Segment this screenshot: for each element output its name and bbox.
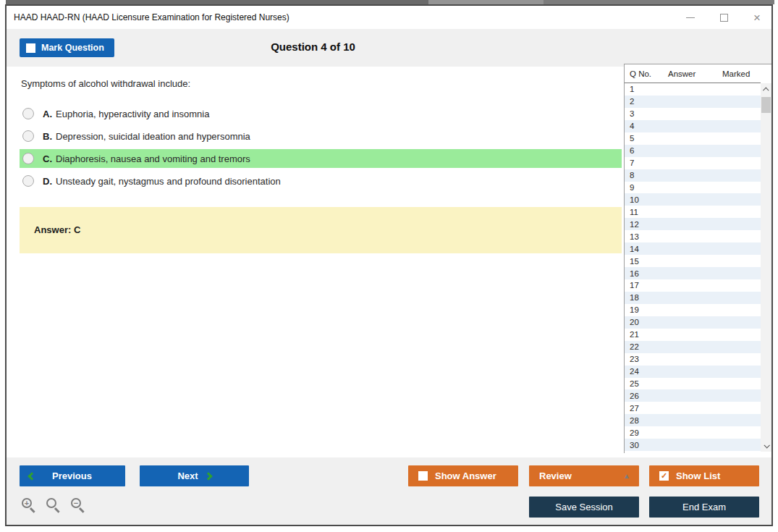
question-list-row[interactable]: 17 [625, 279, 761, 292]
question-number: 11 [625, 208, 638, 216]
scroll-up-button[interactable] [761, 83, 771, 96]
question-list-row[interactable]: 30 [625, 439, 761, 451]
previous-button[interactable]: Previous [20, 465, 125, 486]
question-list-row[interactable]: 22 [625, 341, 761, 353]
question-number: 23 [625, 355, 639, 363]
question-list-row[interactable]: 28 [625, 414, 761, 426]
question-list-header: Q No. Answer Marked [625, 64, 761, 83]
question-list-row[interactable]: 8 [625, 169, 761, 182]
question-list-row[interactable]: 20 [625, 316, 761, 329]
option-letter: B. [43, 131, 52, 142]
question-list-row[interactable]: 27 [625, 402, 761, 414]
radio-icon[interactable] [22, 153, 34, 164]
question-number: 22 [625, 342, 639, 351]
radio-icon[interactable] [22, 175, 34, 187]
chevron-up-icon [763, 87, 769, 93]
option-text: Diaphoresis, nausea and vomiting and tre… [56, 153, 250, 164]
question-counter: Question 4 of 10 [7, 41, 620, 53]
question-number: 1 [625, 85, 634, 93]
question-number: 12 [625, 220, 639, 229]
maximize-icon [720, 14, 728, 22]
question-number: 26 [625, 392, 639, 400]
question-number: 9 [625, 183, 634, 192]
question-number: 20 [625, 318, 639, 326]
option-c-highlighted[interactable]: C. Diaphoresis, nausea and vomiting and … [20, 149, 622, 168]
question-list-row[interactable]: 25 [625, 378, 761, 390]
radio-icon[interactable] [22, 108, 34, 119]
question-list-row[interactable]: 12 [625, 218, 761, 230]
question-number: 7 [625, 159, 634, 167]
next-button[interactable]: Next [140, 465, 249, 486]
question-list-row[interactable]: 6 [625, 145, 761, 157]
question-list-row[interactable]: 7 [625, 157, 761, 169]
review-button[interactable]: Review ▲ [529, 465, 639, 486]
question-list-row[interactable]: 18 [625, 292, 761, 304]
question-number: 15 [625, 257, 639, 266]
question-number: 16 [625, 269, 639, 278]
question-number: 25 [625, 379, 639, 388]
question-number: 4 [625, 122, 634, 130]
end-exam-label: End Exam [682, 502, 726, 512]
scroll-down-button[interactable] [761, 439, 771, 452]
option-d[interactable]: D. Unsteady gait, nystagmus and profound… [20, 172, 622, 190]
zoom-out-icon[interactable]: − [70, 497, 88, 515]
question-number: 2 [625, 97, 634, 106]
question-number: 27 [625, 404, 639, 413]
question-number: 28 [625, 416, 639, 425]
minimize-button[interactable] [683, 10, 698, 25]
question-list-row[interactable]: 1 [625, 83, 761, 96]
question-number: 10 [625, 195, 639, 204]
question-list-row[interactable]: 10 [625, 193, 761, 206]
question-list-row[interactable]: 21 [625, 329, 761, 341]
options-list: A. Euphoria, hyperactivity and insomnia … [20, 104, 622, 194]
question-list-row[interactable]: 3 [625, 108, 761, 120]
next-label: Next [177, 470, 198, 481]
window-controls: × [683, 6, 764, 29]
question-list-row[interactable]: 23 [625, 353, 761, 366]
question-list-row[interactable]: 5 [625, 132, 761, 145]
question-list-row[interactable]: 11 [625, 206, 761, 218]
show-answer-button[interactable]: Show Answer [408, 465, 518, 486]
maximize-button[interactable] [716, 10, 731, 25]
save-session-label: Save Session [555, 502, 613, 512]
question-list-row[interactable]: 24 [625, 366, 761, 378]
scrollbar-thumb[interactable] [761, 97, 771, 113]
question-number: 5 [625, 134, 634, 143]
zoom-in-icon[interactable]: + [21, 497, 38, 515]
zoom-toolbar: + − [21, 497, 88, 515]
show-list-checkbox[interactable]: ✓ [659, 471, 669, 481]
question-list-row[interactable]: 29 [625, 426, 761, 439]
question-list-row[interactable]: 2 [625, 96, 761, 108]
save-session-button[interactable]: Save Session [529, 497, 639, 518]
question-list-row[interactable]: 15 [625, 255, 761, 267]
question-number: 18 [625, 293, 639, 302]
question-number: 8 [625, 171, 634, 180]
option-letter: C. [43, 153, 52, 164]
question-list-row[interactable]: 9 [625, 182, 761, 194]
question-list-row[interactable]: 13 [625, 230, 761, 242]
show-list-button[interactable]: ✓ Show List [649, 465, 759, 486]
header-bar: Mark Question Question 4 of 10 [7, 29, 771, 67]
close-icon: × [753, 12, 761, 24]
question-list-row[interactable]: 26 [625, 389, 761, 402]
show-answer-checkbox[interactable] [418, 471, 428, 481]
title-bar: HAAD HAAD-RN (HAAD Licensure Examination… [7, 6, 771, 29]
question-list-row[interactable]: 16 [625, 267, 761, 279]
question-list-row[interactable]: 19 [625, 304, 761, 316]
answer-box: Answer: C [20, 207, 622, 253]
close-button[interactable]: × [750, 10, 764, 25]
column-header-qno: Q No. [630, 69, 651, 78]
window-title: HAAD HAAD-RN (HAAD Licensure Examination… [14, 12, 289, 22]
scrollbar[interactable] [761, 83, 771, 452]
radio-icon[interactable] [22, 130, 34, 142]
question-number: 21 [625, 330, 639, 339]
question-list-rows: 1234567891011121314151617181920212223242… [625, 83, 761, 452]
question-number: 17 [625, 281, 639, 290]
option-a[interactable]: A. Euphoria, hyperactivity and insomnia [20, 104, 622, 123]
question-number: 3 [625, 109, 634, 118]
end-exam-button[interactable]: End Exam [649, 497, 759, 518]
question-list-row[interactable]: 4 [625, 120, 761, 132]
zoom-icon[interactable] [46, 497, 63, 515]
option-b[interactable]: B. Depression, suicidal ideation and hyp… [20, 127, 622, 145]
question-list-row[interactable]: 14 [625, 242, 761, 255]
